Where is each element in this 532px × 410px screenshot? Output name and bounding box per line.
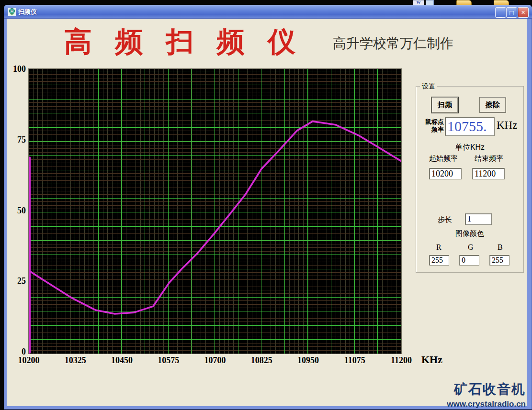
blue-label: B <box>498 243 503 252</box>
mouse-freq-unit-label: KHz <box>497 119 517 132</box>
title-bar[interactable]: 扫频仪 _ □ ✕ <box>4 5 532 19</box>
page-title: 高 频 扫 频 仪 <box>64 23 323 61</box>
y-tick-label: 50 <box>17 206 26 216</box>
start-freq-input[interactable] <box>429 168 462 179</box>
x-tick-label: 10575 <box>158 355 179 366</box>
x-tick-label: 10700 <box>204 355 226 366</box>
maximize-button[interactable]: □ <box>506 7 517 18</box>
step-input[interactable] <box>465 213 492 225</box>
end-freq-label: 结束频率 <box>475 154 503 163</box>
mouse-freq-label-line1: 鼠标点 <box>416 118 444 126</box>
x-tick-label: 11075 <box>344 355 365 366</box>
red-input[interactable] <box>429 255 449 266</box>
close-button[interactable]: ✕ <box>518 7 529 18</box>
green-input[interactable] <box>459 255 479 266</box>
sweep-trace-line <box>29 122 401 314</box>
settings-group-label: 设置 <box>420 82 437 91</box>
y-tick-label: 75 <box>17 135 26 145</box>
sweep-plot[interactable] <box>29 69 401 354</box>
green-label: G <box>468 243 474 252</box>
sweep-trace-svg <box>29 69 401 354</box>
x-axis-unit: KHz <box>421 354 442 366</box>
app-window: 扫频仪 _ □ ✕ 高 频 扫 频 仪 高升学校常万仁制作 1007550250… <box>4 5 532 410</box>
step-label: 步长 <box>438 215 452 224</box>
blue-input[interactable] <box>489 255 509 266</box>
x-axis-labels: 1020010325104501057510700108251095011075… <box>29 355 401 367</box>
x-tick-label: 10825 <box>251 355 272 366</box>
screen: W 扫频仪 _ □ ✕ 高 频 扫 频 仪 高升学校常万仁制作 <box>0 0 532 410</box>
settings-groupbox: 设置 扫频 擦除 鼠标点 频率 10755. KHz 单位KHz 起始频率 结束… <box>416 86 524 273</box>
x-tick-label: 10950 <box>297 355 319 366</box>
mouse-freq-display[interactable]: 10755. <box>445 117 495 136</box>
sweep-button[interactable]: 扫频 <box>431 97 458 113</box>
x-tick-label: 10450 <box>111 355 133 366</box>
watermark-logo-text: 矿石收音机 <box>401 380 526 399</box>
unit-label: 单位KHz <box>416 143 523 153</box>
x-tick-label: 11200 <box>391 355 412 366</box>
mouse-freq-label: 鼠标点 频率 <box>416 118 444 133</box>
y-tick-label: 25 <box>17 276 26 286</box>
y-tick-label: 100 <box>13 64 26 74</box>
red-label: R <box>436 243 441 252</box>
mouse-freq-label-line2: 频率 <box>416 126 444 133</box>
y-axis-labels: 1007550250 <box>7 69 27 354</box>
watermark: 矿石收音机 www.crystalradio.cn <box>401 380 526 409</box>
start-freq-label: 起始频率 <box>429 154 458 163</box>
client-area: 高 频 扫 频 仪 高升学校常万仁制作 1007550250 102001032… <box>7 19 527 406</box>
end-freq-input[interactable] <box>472 168 505 179</box>
x-tick-label: 10325 <box>65 355 86 366</box>
app-icon <box>8 8 16 16</box>
watermark-url: www.crystalradio.cn <box>401 399 526 409</box>
minimize-button[interactable]: _ <box>495 7 506 18</box>
page-subtitle: 高升学校常万仁制作 <box>333 34 453 53</box>
x-tick-label: 10200 <box>18 355 40 366</box>
trace-color-label: 图像颜色 <box>416 229 523 238</box>
erase-button[interactable]: 擦除 <box>479 97 506 113</box>
window-title: 扫频仪 <box>18 8 37 16</box>
